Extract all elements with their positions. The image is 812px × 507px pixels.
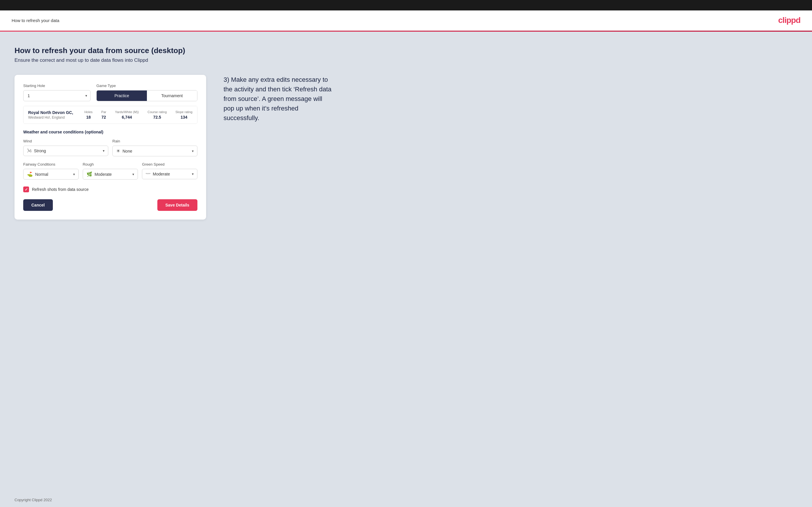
- green-speed-arrow: ▾: [192, 172, 194, 176]
- course-row: Royal North Devon GC, Westward Ho!, Engl…: [23, 106, 197, 123]
- starting-hole-row: Starting Hole 1 ▾ Game Type Practice Tou…: [23, 83, 197, 101]
- fairway-group: Fairway Conditions ⛳ Normal ▾: [23, 162, 79, 179]
- practice-button[interactable]: Practice: [97, 91, 147, 101]
- rain-select[interactable]: ☀ None ▾: [112, 146, 197, 156]
- wind-icon: 🌬: [27, 148, 32, 154]
- rough-label: Rough: [83, 162, 138, 167]
- conditions-grid: Wind 🌬 Strong ▾ Rain ☀ None ▾: [23, 139, 197, 156]
- rough-value: Moderate: [95, 172, 133, 177]
- course-stats: Holes 18 Par 72 Yards/White (M)) 6,744: [85, 110, 193, 119]
- wind-label: Wind: [23, 139, 108, 143]
- course-location: Westward Ho!, England: [28, 115, 85, 119]
- slope-rating-stat: Slope rating 134: [175, 110, 193, 119]
- top-bar: [0, 0, 812, 10]
- green-speed-icon: 〰: [146, 171, 150, 177]
- course-table: Royal North Devon GC, Westward Ho!, Engl…: [23, 106, 197, 124]
- fairway-label: Fairway Conditions: [23, 162, 79, 167]
- form-card: Starting Hole 1 ▾ Game Type Practice Tou…: [14, 75, 206, 220]
- fairway-value: Normal: [35, 172, 73, 177]
- yards-value: 6,744: [122, 115, 132, 119]
- main-content: How to refresh your data from source (de…: [0, 32, 812, 493]
- fairway-select[interactable]: ⛳ Normal ▾: [23, 169, 79, 179]
- page-heading: How to refresh your data from source (de…: [14, 46, 798, 55]
- slope-rating-value: 134: [181, 115, 187, 119]
- game-type-group: Game Type Practice Tournament: [96, 83, 197, 101]
- rough-icon: 🌿: [87, 171, 92, 177]
- course-info: Royal North Devon GC, Westward Ho!, Engl…: [28, 110, 85, 119]
- footer-text: Copyright Clippd 2022: [14, 498, 52, 502]
- rough-arrow: ▾: [133, 172, 134, 176]
- green-speed-select[interactable]: 〰 Moderate ▾: [142, 169, 197, 179]
- par-stat: Par 72: [101, 110, 106, 119]
- wind-select[interactable]: 🌬 Strong ▾: [23, 146, 108, 156]
- course-name: Royal North Devon GC,: [28, 110, 85, 115]
- yards-label: Yards/White (M)): [115, 110, 139, 114]
- game-type-toggle: Practice Tournament: [96, 90, 197, 101]
- starting-hole-wrapper: 1 ▾: [23, 90, 91, 101]
- page-subheading: Ensure the correct and most up to date d…: [14, 57, 798, 63]
- rough-group: Rough 🌿 Moderate ▾: [83, 162, 138, 179]
- par-value: 72: [102, 115, 106, 119]
- logo: clippd: [778, 16, 800, 25]
- yards-stat: Yards/White (M)) 6,744: [115, 110, 139, 119]
- holes-stat: Holes 18: [85, 110, 93, 119]
- holes-value: 18: [86, 115, 91, 119]
- green-speed-label: Green Speed: [142, 162, 197, 167]
- rain-icon: ☀: [116, 148, 120, 154]
- side-note: 3) Make any extra edits necessary to the…: [223, 75, 334, 123]
- conditions-grid-3: Fairway Conditions ⛳ Normal ▾ Rough 🌿 Mo…: [23, 162, 197, 179]
- side-note-text: 3) Make any extra edits necessary to the…: [223, 75, 334, 123]
- header: How to refresh your data clippd: [0, 10, 812, 31]
- refresh-checkbox-row: Refresh shots from data source: [23, 186, 197, 192]
- tournament-button[interactable]: Tournament: [147, 91, 197, 101]
- content-area: Starting Hole 1 ▾ Game Type Practice Tou…: [14, 75, 798, 220]
- wind-arrow: ▾: [103, 149, 104, 153]
- starting-hole-label: Starting Hole: [23, 83, 91, 88]
- header-title: How to refresh your data: [12, 18, 59, 23]
- starting-hole-group: Starting Hole 1 ▾: [23, 83, 91, 101]
- conditions-heading: Weather and course conditions (optional): [23, 130, 197, 134]
- button-row: Cancel Save Details: [23, 199, 197, 211]
- rain-value: None: [122, 149, 192, 154]
- course-rating-stat: Course rating 72.5: [148, 110, 167, 119]
- rain-label: Rain: [112, 139, 197, 143]
- cancel-button[interactable]: Cancel: [23, 199, 53, 211]
- footer: Copyright Clippd 2022: [0, 493, 812, 507]
- green-speed-group: Green Speed 〰 Moderate ▾: [142, 162, 197, 179]
- wind-group: Wind 🌬 Strong ▾: [23, 139, 108, 156]
- rough-select[interactable]: 🌿 Moderate ▾: [83, 169, 138, 179]
- rain-arrow: ▾: [192, 149, 194, 153]
- rain-group: Rain ☀ None ▾: [112, 139, 197, 156]
- save-button[interactable]: Save Details: [157, 199, 198, 211]
- wind-value: Strong: [34, 149, 103, 153]
- refresh-checkbox[interactable]: [23, 186, 29, 192]
- holes-label: Holes: [85, 110, 93, 114]
- starting-hole-select[interactable]: 1: [23, 90, 91, 101]
- par-label: Par: [101, 110, 106, 114]
- slope-rating-label: Slope rating: [175, 110, 193, 114]
- course-rating-value: 72.5: [153, 115, 161, 119]
- green-speed-value: Moderate: [153, 172, 192, 176]
- refresh-label: Refresh shots from data source: [32, 187, 89, 192]
- fairway-icon: ⛳: [27, 171, 33, 177]
- game-type-label: Game Type: [96, 83, 197, 88]
- fairway-arrow: ▾: [73, 172, 75, 176]
- course-rating-label: Course rating: [148, 110, 167, 114]
